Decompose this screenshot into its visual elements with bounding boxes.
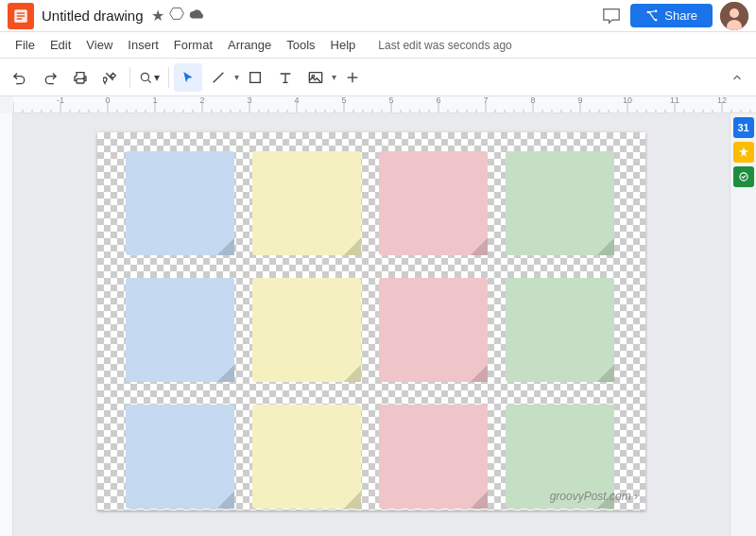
sticky-note-yellow-3[interactable] bbox=[252, 405, 361, 509]
sidebar-icon-3[interactable] bbox=[733, 166, 754, 187]
sticky-note-pink-2[interactable] bbox=[379, 278, 488, 382]
share-label: Share bbox=[664, 9, 697, 23]
menu-bar: File Edit View Insert Format Arrange Too… bbox=[0, 32, 756, 59]
note-fold bbox=[597, 238, 614, 255]
svg-line-12 bbox=[214, 72, 224, 82]
redo-button[interactable] bbox=[36, 63, 64, 92]
zoom-dropdown[interactable]: ▾ bbox=[135, 63, 163, 92]
sticky-note-yellow-1[interactable] bbox=[252, 151, 361, 255]
note-fold bbox=[217, 365, 234, 382]
separator-2 bbox=[168, 67, 169, 88]
toolbar: ▾ ▾ ▾ bbox=[0, 59, 756, 96]
sticky-note-blue-3[interactable] bbox=[126, 405, 234, 509]
sticky-note-yellow-2[interactable] bbox=[252, 278, 361, 382]
select-tool[interactable] bbox=[174, 63, 202, 92]
menu-tools[interactable]: Tools bbox=[279, 32, 322, 59]
sidebar-icon-1[interactable]: 31 bbox=[733, 117, 754, 138]
sidebar-icon-2[interactable] bbox=[733, 142, 754, 163]
text-tool[interactable] bbox=[271, 63, 300, 92]
star-icon[interactable]: ★ bbox=[151, 7, 164, 25]
note-fold bbox=[471, 238, 488, 255]
last-edit-status: Last edit was seconds ago bbox=[378, 39, 511, 52]
svg-line-4 bbox=[649, 10, 655, 11]
menu-edit[interactable]: Edit bbox=[43, 32, 78, 59]
svg-line-5 bbox=[649, 11, 655, 19]
collapse-toolbar-button[interactable] bbox=[724, 64, 750, 91]
line-dropdown[interactable]: ▾ bbox=[234, 72, 239, 82]
note-fold bbox=[344, 238, 361, 255]
svg-rect-9 bbox=[77, 78, 84, 83]
svg-rect-1 bbox=[647, 10, 649, 12]
svg-point-10 bbox=[83, 78, 84, 78]
menu-help[interactable]: Help bbox=[323, 32, 364, 59]
sticky-note-blue-2[interactable] bbox=[126, 278, 234, 382]
right-sidebar: 31 bbox=[730, 113, 756, 536]
sticky-note-pink-3[interactable] bbox=[379, 405, 488, 509]
vertical-ruler bbox=[0, 113, 13, 536]
note-fold bbox=[471, 492, 488, 509]
note-fold bbox=[217, 492, 234, 509]
line-tool[interactable] bbox=[204, 63, 232, 92]
undo-button[interactable] bbox=[6, 63, 34, 92]
svg-rect-3 bbox=[655, 18, 657, 20]
sticky-note-green-2[interactable] bbox=[506, 278, 614, 382]
svg-rect-13 bbox=[250, 72, 261, 82]
svg-point-7 bbox=[730, 9, 739, 18]
shape-tool[interactable] bbox=[241, 63, 269, 92]
note-fold bbox=[344, 365, 361, 382]
drive-icon bbox=[169, 7, 184, 26]
share-button[interactable]: Share bbox=[630, 4, 713, 27]
menu-format[interactable]: Format bbox=[166, 32, 220, 59]
app-logo bbox=[8, 3, 34, 29]
note-fold bbox=[217, 238, 234, 255]
menu-view[interactable]: View bbox=[78, 32, 120, 59]
image-tool[interactable] bbox=[301, 63, 330, 92]
menu-arrange[interactable]: Arrange bbox=[220, 32, 279, 59]
user-avatar[interactable] bbox=[720, 2, 748, 30]
add-button[interactable] bbox=[338, 63, 367, 92]
notes-grid bbox=[126, 151, 619, 510]
note-fold bbox=[597, 365, 614, 382]
cloud-icon bbox=[189, 8, 206, 25]
svg-point-11 bbox=[141, 73, 148, 80]
main-area: groovyPost.com › 31 bbox=[0, 113, 756, 536]
print-button[interactable] bbox=[66, 63, 94, 92]
watermark: groovyPost.com › bbox=[550, 490, 638, 503]
sticky-note-blue-1[interactable] bbox=[126, 151, 234, 255]
paint-button[interactable] bbox=[96, 63, 125, 92]
note-fold bbox=[471, 365, 488, 382]
menu-file[interactable]: File bbox=[8, 32, 43, 59]
canvas-area[interactable]: groovyPost.com › bbox=[13, 113, 730, 536]
title-bar: Untitled drawing ★ Share bbox=[0, 0, 756, 32]
note-fold bbox=[344, 492, 361, 509]
comment-button[interactable] bbox=[596, 1, 627, 31]
drawing-canvas[interactable]: groovyPost.com › bbox=[97, 132, 645, 510]
horizontal-ruler bbox=[13, 96, 756, 113]
sticky-note-pink-1[interactable] bbox=[379, 151, 488, 255]
svg-rect-2 bbox=[655, 9, 657, 11]
sticky-note-green-1[interactable] bbox=[506, 151, 614, 255]
separator-1 bbox=[129, 67, 130, 88]
doc-title[interactable]: Untitled drawing bbox=[42, 8, 144, 24]
zoom-level: ▾ bbox=[154, 71, 160, 84]
menu-insert[interactable]: Insert bbox=[120, 32, 166, 59]
image-dropdown[interactable]: ▾ bbox=[332, 72, 336, 82]
